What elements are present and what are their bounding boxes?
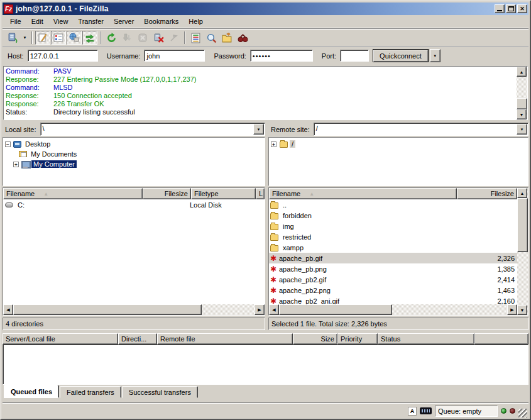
remote-site-combo[interactable]: / ▼ — [314, 123, 528, 136]
column-header-direction[interactable]: Directi... — [118, 333, 157, 345]
host-input[interactable] — [28, 50, 98, 62]
synchronized-browsing-icon[interactable] — [235, 31, 250, 45]
local-horizontal-scrollbar[interactable]: ◀ ▶ — [3, 304, 265, 315]
remote-vertical-scrollbar[interactable]: ▲ ▼ — [517, 188, 528, 315]
scroll-left-icon[interactable]: ◀ — [269, 304, 279, 315]
column-header-status[interactable]: Status — [378, 333, 474, 345]
tree-item-my-computer[interactable]: + My Computer — [5, 159, 265, 169]
column-header-filename[interactable]: Filename▲ — [269, 188, 457, 199]
scrollbar-thumb[interactable] — [517, 98, 527, 109]
window-title: john@127.0.0.1 - FileZilla — [16, 4, 495, 13]
tree-item-root[interactable]: + / — [271, 139, 528, 149]
scroll-right-icon[interactable]: ▶ — [507, 304, 517, 315]
find-files-icon[interactable] — [204, 31, 219, 45]
compare-directories-icon[interactable] — [219, 31, 234, 45]
remote-pane: Remote site: / ▼ + / Filename▲ Filesize — [268, 123, 528, 331]
scroll-up-icon[interactable]: ▲ — [517, 67, 527, 77]
speed-limits-icon[interactable] — [420, 407, 432, 414]
port-input[interactable] — [340, 50, 369, 62]
menu-help[interactable]: Help — [183, 16, 208, 26]
password-input[interactable] — [250, 50, 313, 62]
username-input[interactable] — [144, 50, 205, 62]
minimize-button[interactable] — [495, 4, 505, 13]
menu-bookmarks[interactable]: Bookmarks — [139, 16, 183, 26]
tree-item-desktop[interactable]: − Desktop — [5, 139, 265, 149]
expand-icon[interactable]: + — [13, 162, 19, 167]
remote-file-row[interactable]: .. — [269, 199, 517, 210]
close-button[interactable]: ✕ — [517, 4, 527, 13]
column-header-server-local-file[interactable]: Server/Local file — [3, 333, 118, 345]
column-header-priority[interactable]: Priority — [337, 333, 378, 345]
log-scrollbar[interactable]: ▲ ▼ — [517, 67, 527, 119]
sort-asc-icon: ▲ — [309, 191, 314, 197]
tab-failed-transfers[interactable]: Failed transfers — [60, 386, 121, 398]
column-header-lastmodified[interactable]: L — [256, 188, 265, 199]
toggle-transfer-queue-icon[interactable] — [82, 31, 97, 45]
menu-file[interactable]: File — [5, 16, 26, 26]
local-file-row[interactable]: C: Local Disk — [3, 199, 265, 210]
process-queue-icon[interactable] — [119, 31, 134, 45]
collapse-icon[interactable]: − — [5, 141, 11, 147]
local-site-value[interactable]: \ — [41, 123, 253, 135]
menu-view[interactable]: View — [48, 16, 74, 26]
remote-file-row[interactable]: ✱apache_pb.png1,385 — [269, 263, 517, 274]
transfer-type-icon[interactable]: A — [408, 407, 417, 416]
queue-list[interactable] — [3, 345, 528, 385]
site-manager-icon[interactable] — [5, 31, 20, 45]
log-line-label: Response: — [6, 75, 53, 84]
scrollbar-thumb[interactable] — [517, 198, 528, 252]
column-header-filename[interactable]: Filename▲ — [3, 188, 143, 199]
scroll-down-icon[interactable]: ▼ — [517, 305, 527, 315]
menu-edit[interactable]: Edit — [26, 16, 48, 26]
scroll-up-icon[interactable]: ▲ — [517, 188, 527, 198]
site-manager-dropdown[interactable]: ▼ — [21, 31, 29, 45]
browser-panes: Local site: \ ▼ − Desktop My Documents — [3, 123, 528, 331]
toggle-remote-tree-icon[interactable] — [67, 31, 82, 45]
remote-file-row[interactable]: ✱apache_pb2.gif2,414 — [269, 274, 517, 285]
port-label: Port: — [322, 52, 336, 60]
toggle-message-log-icon[interactable] — [35, 31, 50, 45]
message-log: Command:PASV Response:227 Entering Passi… — [3, 66, 528, 120]
column-header-filesize[interactable]: Filesize — [457, 188, 517, 199]
remote-file-row[interactable]: ✱apache_pb2_ani.gif2,160 — [269, 296, 517, 304]
cancel-icon[interactable] — [135, 31, 150, 45]
column-header-filetype[interactable]: Filetype — [191, 188, 256, 199]
remote-file-row[interactable]: img — [269, 221, 517, 231]
column-header-remote-file[interactable]: Remote file — [157, 333, 293, 345]
local-pane: Local site: \ ▼ − Desktop My Documents — [3, 123, 265, 331]
scrollbar-thumb[interactable] — [13, 304, 202, 315]
maximize-button[interactable] — [506, 4, 516, 13]
scrollbar-thumb[interactable] — [279, 304, 392, 315]
quickconnect-dropdown[interactable]: ▼ — [430, 49, 441, 62]
chevron-down-icon[interactable]: ▼ — [253, 124, 264, 135]
remote-file-row[interactable]: restricted — [269, 231, 517, 242]
scroll-down-icon[interactable]: ▼ — [517, 109, 527, 119]
menu-transfer[interactable]: Transfer — [73, 16, 109, 26]
quickconnect-button[interactable]: Quickconnect — [373, 49, 429, 62]
tab-successful-transfers[interactable]: Successful transfers — [122, 386, 198, 398]
column-header-size[interactable]: Size — [293, 333, 337, 345]
tree-item-my-documents[interactable]: My Documents — [5, 149, 265, 159]
log-line-label: Status: — [6, 108, 53, 116]
local-site-combo[interactable]: \ ▼ — [40, 123, 265, 136]
filter-icon[interactable] — [188, 31, 203, 45]
menu-server[interactable]: Server — [109, 16, 139, 26]
refresh-icon[interactable] — [104, 31, 119, 45]
remote-horizontal-scrollbar[interactable]: ◀ ▶ — [269, 304, 517, 315]
scroll-right-icon[interactable]: ▶ — [255, 304, 265, 315]
remote-site-value[interactable]: / — [314, 123, 516, 135]
chevron-down-icon[interactable]: ▼ — [517, 124, 527, 135]
toggle-local-tree-icon[interactable] — [51, 31, 66, 45]
remote-file-row[interactable]: xampp — [269, 242, 517, 253]
disconnect-icon[interactable] — [151, 31, 166, 45]
reconnect-icon[interactable] — [167, 31, 182, 45]
remote-file-row-selected[interactable]: ✱apache_pb.gif2,326 — [269, 253, 517, 263]
remote-file-row[interactable]: ✱apache_pb2.png1,463 — [269, 285, 517, 296]
folder-open-icon — [280, 141, 288, 148]
tab-queued-files[interactable]: Queued files — [4, 385, 59, 398]
resize-grip[interactable] — [518, 409, 527, 417]
scroll-left-icon[interactable]: ◀ — [3, 304, 13, 315]
remote-file-row[interactable]: forbidden — [269, 210, 517, 221]
expand-icon[interactable]: + — [271, 141, 276, 147]
column-header-filesize[interactable]: Filesize — [143, 188, 191, 199]
